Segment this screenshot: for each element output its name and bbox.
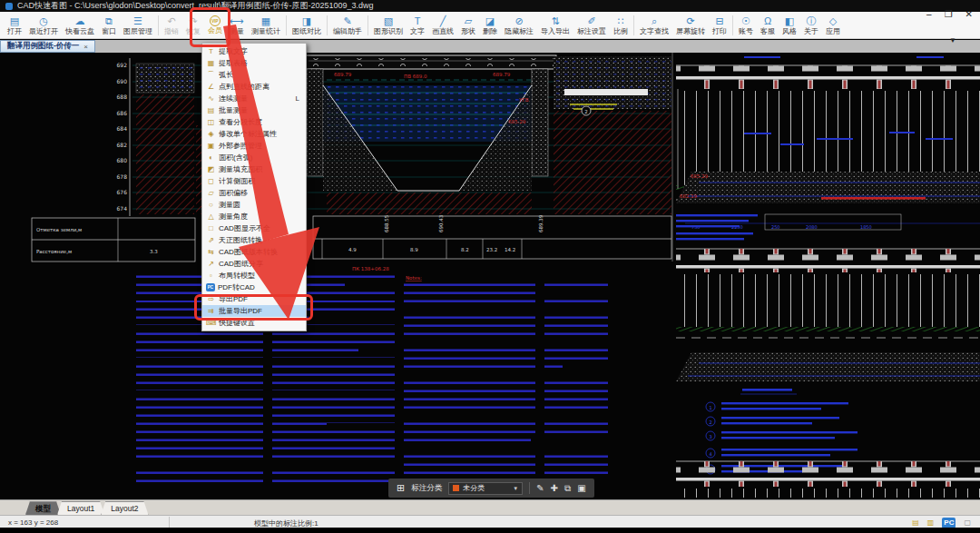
dim-value: 250 (771, 224, 780, 230)
headset-icon: Ω (764, 15, 771, 27)
toolbar-cloud-drive[interactable]: ☁快看云盘 (62, 15, 98, 35)
user-icon: ☉ (741, 15, 750, 27)
doc-icon-1[interactable]: ▤ (912, 518, 919, 528)
menu-item-xref-manager[interactable]: ▣外部参照管理 (202, 140, 306, 152)
water-level-label: ПВ 689.0 (404, 74, 427, 79)
table-distance-value: 3.3 (150, 249, 158, 254)
chevron-down-icon: ▼ (513, 486, 518, 491)
elevation-label: 674 (117, 205, 128, 212)
menu-item-arc-length[interactable]: ⌒弧长 (202, 69, 306, 81)
menu-item-modify-annotation[interactable]: ◈修改单个标注属性 (202, 128, 306, 140)
minimize-icon[interactable]: – (926, 9, 932, 20)
cursor-coordinates: x = 163 y = 268 (8, 518, 58, 527)
collapse-toolbar-icon[interactable]: ▼ (949, 36, 956, 44)
toolbar-text-search[interactable]: ⌕文字查找 (636, 15, 672, 35)
menu-item-measure-circle[interactable]: ○测量圆 (202, 199, 306, 211)
menu-item-version-convert[interactable]: ⇆CAD图纸版本转换 (202, 246, 306, 258)
legend-number: 3 (709, 434, 711, 439)
menu-item-area-offset[interactable]: ▱面积偏移 (202, 187, 306, 199)
toolbar-style[interactable]: ◧风格 (779, 15, 800, 35)
toolbar-account[interactable]: ☉账号 (735, 15, 757, 35)
classify-dropdown-value: 未分类 (463, 483, 509, 493)
menu-item-layout-to-model[interactable]: ▫布局转模型 (202, 270, 306, 281)
menu-item-point-to-line-distance[interactable]: ∠点到直线的距离 (202, 81, 306, 93)
fill-area-icon: ◩ (206, 165, 216, 173)
toolbar-about[interactable]: ⓘ关于 (800, 15, 822, 35)
toolbar-drawing-compare[interactable]: ◨图纸对比 (289, 15, 325, 35)
maximize-icon[interactable]: ❐ (945, 9, 953, 20)
style-icon: ◧ (785, 15, 794, 27)
title-bar: CAD快速看图 - C:\Users\glodon\Desktop\conver… (0, 0, 980, 12)
station-label: ПК 138+06.28 (352, 266, 389, 271)
toolbar-draw-line[interactable]: ╱画直线 (428, 15, 457, 35)
classify-dropdown[interactable]: 未分类 ▼ (448, 482, 523, 495)
status-divider (169, 517, 170, 528)
elevation-label: 676 (117, 189, 128, 195)
toolbar-text[interactable]: T文字 (407, 15, 428, 35)
toolbar-scale[interactable]: ∷比例 (610, 15, 632, 35)
compare-icon: ◨ (302, 15, 311, 27)
bridge-section-b (676, 249, 980, 381)
toolbar-hide-annotations[interactable]: ⊘隐藏标注 (501, 15, 537, 35)
toolbar-screen-rotate[interactable]: ⟳屏幕旋转 (672, 15, 709, 35)
angle-icon: ∠ (206, 83, 216, 91)
toolbar-shape-recognition[interactable]: ▧图形识别 (370, 15, 407, 35)
gravel-band-a: 685.29 682.19 (676, 172, 980, 203)
batch-export-pdf-highlight-box (194, 294, 313, 321)
tab-close-icon[interactable]: × (83, 43, 88, 51)
menu-item-measure-angle[interactable]: △测量角度 (202, 211, 306, 222)
toolbar-support[interactable]: Ω客服 (757, 15, 779, 35)
toolbar-edit-assistant[interactable]: ✎编辑助手 (329, 15, 366, 35)
notes-heading: Notes: (406, 275, 422, 281)
paste-annotation-icon[interactable]: ▣ (577, 483, 585, 494)
toolbar-window[interactable]: ⧉窗口 (98, 15, 120, 35)
menu-item-batch-measure[interactable]: ▤批量测量 (202, 104, 306, 116)
annotation-toolbar: ⊞ 标注分类 未分类 ▼ ✎ ✚ ⧉ ▣ (388, 479, 594, 498)
text-icon: T (415, 15, 421, 27)
table-elevation-value: 690.43 (438, 214, 444, 232)
move-annotation-icon[interactable]: ✚ (551, 483, 558, 494)
table-distance-value: 23.2 (486, 247, 497, 252)
toolbar-apps[interactable]: ◇应用 (822, 15, 844, 35)
app-logo-icon (5, 3, 13, 10)
document-tab[interactable]: 翻译用例图纸-价传一 × (0, 40, 95, 53)
menu-item-side-area[interactable]: ◻计算侧面积 (202, 175, 306, 187)
toolbar-annotation-settings[interactable]: ✐标注设置 (573, 15, 610, 35)
toolbar-delete[interactable]: ◪删除 (479, 15, 501, 35)
tab-layout1[interactable]: Layout1 (57, 501, 104, 515)
slope-elevation-label: 685.29 (508, 119, 526, 124)
close-icon[interactable]: ✕ (965, 9, 973, 20)
menu-item-share-drawing[interactable]: ↗CAD图纸分享 (202, 258, 306, 270)
menu-item-fill-area[interactable]: ◩测量填充面积 (202, 163, 306, 175)
menu-item-continuous-measure[interactable]: ∿连续测量L (202, 93, 306, 104)
toolbar-import-export[interactable]: ⇅导入导出 (537, 15, 573, 35)
clock-icon: ◷ (39, 15, 48, 27)
menu-item-tianzheng-convert[interactable]: ⇗天正图纸转换 (202, 234, 306, 246)
menu-item-pdf-to-cad[interactable]: PCPDF转CAD (202, 281, 306, 293)
toolbar-layer-manager[interactable]: ☰图层管理 (120, 15, 156, 35)
menu-item-cad-display-issue[interactable]: □CAD图显示不全 (202, 222, 306, 234)
menu-item-area-with-arc[interactable]: ◐面积(含弧) (202, 152, 306, 163)
edit-annotation-icon[interactable]: ✎ (536, 483, 544, 494)
drawing-canvas[interactable]: 692 690 688 686 684 682 680 678 676 674 (0, 53, 980, 499)
tab-model[interactable]: 模型 (25, 501, 61, 515)
menu-item-extract-table[interactable]: ▦提取表格 (202, 57, 306, 69)
bridge-section-c (676, 461, 980, 498)
menu-item-segment-length[interactable]: ◫查看分段长度 (202, 116, 306, 128)
toolbar-measure-stats[interactable]: ▦测量统计 (248, 15, 284, 35)
copy-annotation-icon[interactable]: ⧉ (564, 483, 571, 494)
toolbar-open[interactable]: ▤打开 (4, 15, 25, 35)
side-area-icon: ◻ (206, 177, 216, 185)
note-icon[interactable]: ▢ (964, 518, 971, 528)
modify-icon: ◈ (206, 130, 216, 138)
groundwater-label: УГВ (519, 97, 529, 103)
toolbar-undo[interactable]: ↶撤销 (161, 15, 182, 35)
toolbar-print[interactable]: ⊟打印 (709, 15, 730, 35)
toolbar-recent-open[interactable]: ◷最近打开 (25, 15, 62, 35)
tab-layout2[interactable]: Layout2 (101, 501, 148, 515)
toolbar-shapes[interactable]: ▱形状 (457, 15, 479, 35)
doc-icon-2[interactable]: ▥ (927, 518, 935, 528)
deck-elevation-left: 689.79 (334, 72, 352, 77)
grid-view-icon[interactable]: ⊞ (397, 483, 405, 493)
batch-icon: ▤ (206, 106, 216, 114)
